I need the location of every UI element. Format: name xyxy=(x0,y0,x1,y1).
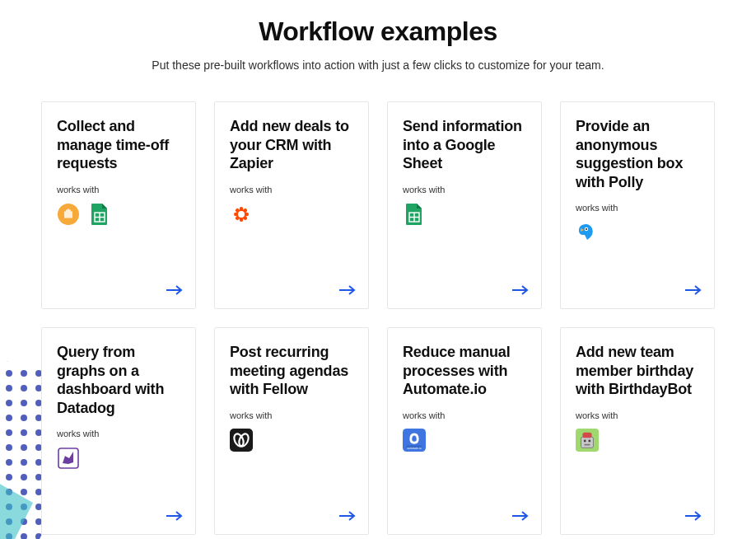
works-with-label: works with xyxy=(403,185,526,195)
integration-icons xyxy=(230,203,353,226)
google-sheets-icon xyxy=(88,203,111,226)
svg-point-22 xyxy=(66,455,68,457)
workflow-card-zapier[interactable]: Add new deals to your CRM with Zapier wo… xyxy=(214,101,369,309)
integration-icons xyxy=(403,203,526,226)
works-with-label: works with xyxy=(230,410,353,420)
birthdaybot-icon xyxy=(576,429,599,452)
card-title: Collect and manage time-off requests xyxy=(57,117,180,173)
arrow-icon xyxy=(166,509,184,526)
svg-rect-24 xyxy=(230,429,253,452)
workflow-card-timeoff[interactable]: Collect and manage time-off requests wor… xyxy=(41,101,196,309)
fellow-icon xyxy=(230,429,253,452)
page-title: Workflow examples xyxy=(41,16,715,47)
integration-icons xyxy=(57,447,180,470)
workflow-card-fellow[interactable]: Post recurring meeting agendas with Fell… xyxy=(214,327,369,535)
card-title: Query from graphs on a dashboard with Da… xyxy=(57,343,180,417)
slack-hand-icon xyxy=(57,203,80,226)
works-with-label: works with xyxy=(230,185,353,195)
svg-rect-37 xyxy=(584,443,590,445)
arrow-icon xyxy=(338,509,357,526)
arrow-icon xyxy=(684,284,702,300)
arrow-icon xyxy=(166,284,184,300)
workflow-card-birthdaybot[interactable]: Add new team member birthday with Birthd… xyxy=(560,327,715,535)
works-with-label: works with xyxy=(576,203,699,213)
svg-point-19 xyxy=(586,228,587,230)
integration-icons xyxy=(57,203,180,226)
zapier-icon xyxy=(230,203,253,226)
svg-rect-34 xyxy=(582,432,591,438)
svg-point-35 xyxy=(584,439,586,442)
arrow-icon xyxy=(684,509,702,526)
workflow-grid: Collect and manage time-off requests wor… xyxy=(41,101,715,535)
integration-icons: automate.io xyxy=(403,429,526,452)
datadog-icon xyxy=(57,447,80,470)
card-title: Reduce manual processes with Automate.io xyxy=(403,343,526,399)
works-with-label: works with xyxy=(57,429,180,438)
svg-rect-33 xyxy=(581,437,594,448)
workflow-card-automateio[interactable]: Reduce manual processes with Automate.io… xyxy=(387,327,542,535)
polly-icon xyxy=(576,221,599,244)
integration-icons xyxy=(576,429,699,452)
arrow-icon xyxy=(511,509,530,526)
card-title: Add new deals to your CRM with Zapier xyxy=(230,117,353,173)
works-with-label: works with xyxy=(57,185,180,195)
workflow-card-datadog[interactable]: Query from graphs on a dashboard with Da… xyxy=(41,327,196,535)
works-with-label: works with xyxy=(403,410,526,420)
workflow-card-polly[interactable]: Provide an anonymous suggestion box with… xyxy=(560,101,715,309)
svg-text:automate.io: automate.io xyxy=(408,446,422,449)
svg-point-36 xyxy=(588,439,590,442)
card-title: Add new team member birthday with Birthd… xyxy=(576,343,699,399)
google-sheets-icon xyxy=(403,203,426,226)
page-subtitle: Put these pre-built workflows into actio… xyxy=(41,59,715,72)
workflow-card-sheets[interactable]: Send information into a Google Sheet wor… xyxy=(387,101,542,309)
integration-icons xyxy=(230,429,353,452)
card-title: Provide an anonymous suggestion box with… xyxy=(576,117,699,191)
works-with-label: works with xyxy=(576,410,699,420)
card-title: Send information into a Google Sheet xyxy=(403,117,526,173)
arrow-icon xyxy=(338,284,357,300)
card-title: Post recurring meeting agendas with Fell… xyxy=(230,343,353,399)
automateio-icon: automate.io xyxy=(403,429,426,452)
svg-point-12 xyxy=(238,211,245,218)
arrow-icon xyxy=(511,284,530,300)
integration-icons xyxy=(576,221,699,244)
